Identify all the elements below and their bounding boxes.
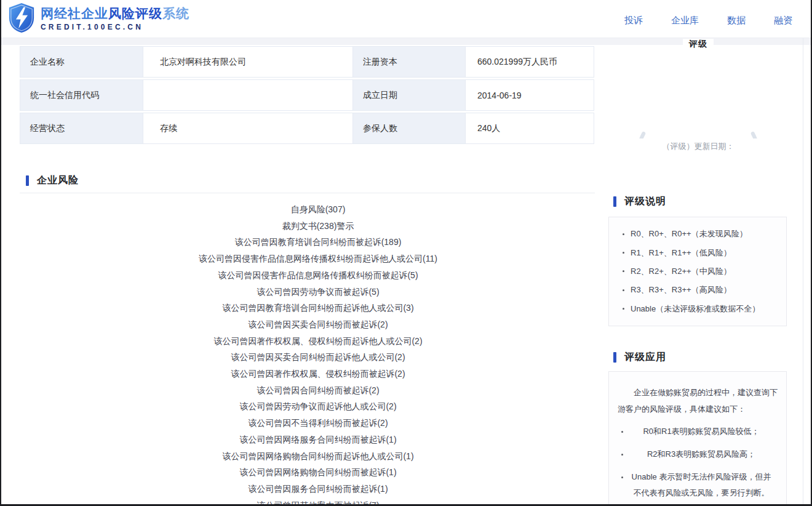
usage-item: Unable 表示暂时无法作风险评级，但并不代表有风险或无风险，要另行判断。 [616, 469, 779, 501]
risk-item: 该公司曾因侵害作品信息网络传播权纠纷而起诉他人或公司(11) [38, 251, 598, 267]
right-edge-line [803, 38, 803, 504]
section-bar-icon [613, 352, 616, 363]
info-value: 存续 [143, 113, 353, 144]
info-value [143, 79, 353, 111]
risk-item: 该公司曾因网络购物合同纠纷而起诉他人或公司(1) [38, 448, 598, 465]
info-value: 240人 [465, 113, 594, 144]
risk-item: 自身风险(307) [38, 201, 598, 218]
top-header: 网经社企业风险评级系统 CREDIT.100EC.CN 投诉企业库数据融资 [1, 0, 811, 38]
bullet-dot-icon [623, 252, 624, 254]
table-row: 企业名称 北京对啊科技有限公司 注册资本 660.021999万人民币 [20, 46, 594, 78]
rating-gauge-arc [616, 40, 780, 139]
site-logo[interactable]: 网经社企业风险评级系统 CREDIT.100EC.CN [7, 2, 189, 36]
risk-item: 该公司曾因教育培训合同纠纷而被起诉(189) [38, 234, 598, 251]
nav-link[interactable]: 投诉 [624, 15, 643, 26]
risk-item: 该公司曾因劳动争议而起诉他人或公司(2) [38, 398, 598, 415]
nav-link[interactable]: 企业库 [671, 15, 699, 26]
bullet-dot-icon [623, 233, 624, 235]
section-bar-icon [613, 196, 616, 207]
info-label: 参保人数 [352, 113, 466, 144]
bullet-dot-icon [623, 289, 624, 291]
nav-link[interactable]: 融资 [774, 15, 792, 26]
risk-item: 该公司曾因合同纠纷而被起诉(2) [38, 382, 598, 399]
info-value: 北京对啊科技有限公司 [143, 46, 353, 78]
usage-intro: 企业在做赊账贸易的过程中，建议查询下游客户的风险评级，具体建议如下： [618, 384, 778, 417]
legend-item: Unable（未达评级标准或数据不全） [616, 303, 779, 315]
info-label: 成立日期 [352, 79, 466, 111]
page: 网经社企业风险评级系统 CREDIT.100EC.CN 投诉企业库数据融资 企业… [0, 0, 812, 506]
risk-item: 该公司曾因其他案由而被起诉(7) [38, 497, 598, 506]
legend-item: R2、R2+、R2++（中风险） [616, 266, 779, 277]
shield-lightning-icon [7, 2, 36, 36]
usage-item: R0和R1表明赊账贸易风险较低； [616, 424, 779, 440]
usage-list: R0和R1表明赊账贸易风险较低； R2和R3表明赊账贸易风险高； Unable … [616, 424, 779, 501]
company-info-table: 企业名称 北京对啊科技有限公司 注册资本 660.021999万人民币 统一社会… [20, 46, 594, 146]
info-label: 注册资本 [352, 46, 466, 78]
risk-item: 该公司曾因网络购物合同纠纷而被起诉(1) [38, 464, 598, 481]
table-row: 经营状态 存续 参保人数 240人 [20, 113, 594, 144]
info-value: 660.021999万人民币 [465, 46, 594, 78]
risk-item: 该公司曾因不当得利纠纷而被起诉(2) [38, 415, 598, 432]
info-label: 企业名称 [20, 46, 143, 78]
risk-item: 该公司曾因著作权权属、侵权纠纷而被起诉(2) [38, 366, 598, 382]
risk-item: 该公司曾因买卖合同纠纷而起诉他人或公司(2) [38, 349, 598, 366]
risk-item: 该公司曾因侵害作品信息网络传播权纠纷而被起诉(5) [38, 267, 598, 284]
legend-item: R1、R1+、R1++（低风险） [616, 247, 779, 259]
rating-gauge-panel: 评级 （评级）更新日期： [616, 38, 780, 158]
rating-legend-box: R0、R0+、R0++（未发现风险） R1、R1+、R1++（低风险） R2、R… [608, 217, 787, 326]
risk-item: 该公司曾因教育培训合同纠纷而起诉他人或公司(3) [38, 300, 598, 316]
rating-usage-box: 企业在做赊账贸易的过程中，建议查询下游客户的风险评级，具体建议如下： R0和R1… [608, 371, 787, 506]
rating-title: 评级 [683, 39, 714, 50]
risk-section-header: 企业风险 [26, 174, 79, 187]
legend-item: R0、R0+、R0++（未发现风险） [616, 228, 779, 239]
risk-item: 该公司曾因劳动争议而被起诉(5) [38, 284, 598, 300]
section-bar-icon [26, 175, 29, 186]
risk-item: 该公司曾因服务合同纠纷而被起诉(1) [38, 481, 598, 497]
risk-section-title: 企业风险 [37, 174, 79, 187]
risk-section-divider [20, 193, 595, 193]
risk-list: 自身风险(307)裁判文书(238)警示该公司曾因教育培训合同纠纷而被起诉(18… [38, 201, 598, 506]
nav-link[interactable]: 数据 [727, 15, 746, 26]
usage-item: R2和R3表明赊账贸易风险高； [616, 446, 779, 462]
info-label: 统一社会信用代码 [20, 79, 143, 111]
bullet-dot-icon [621, 476, 623, 478]
info-value: 2014-06-19 [465, 79, 594, 111]
risk-item: 该公司曾因买卖合同纠纷而被起诉(2) [38, 316, 598, 333]
site-subtitle: CREDIT.100EC.CN [41, 23, 189, 31]
bullet-dot-icon [621, 454, 623, 456]
bullet-dot-icon [623, 270, 624, 272]
bullet-dot-icon [623, 308, 624, 310]
info-label: 经营状态 [20, 113, 143, 144]
bullet-dot-icon [621, 431, 623, 433]
site-title: 网经社企业风险评级系统 [41, 6, 189, 21]
usage-section-header: 评级应用 [613, 351, 666, 364]
legend-section-header: 评级说明 [613, 195, 666, 208]
risk-item: 裁判文书(238)警示 [38, 218, 598, 235]
risk-item: 该公司曾因著作权权属、侵权纠纷而起诉他人或公司(2) [38, 333, 598, 350]
legend-section-title: 评级说明 [624, 195, 666, 208]
rating-update-date: （评级）更新日期： [616, 141, 780, 152]
table-row: 统一社会信用代码 成立日期 2014-06-19 [20, 79, 594, 111]
risk-item: 该公司曾因网络服务合同纠纷而被起诉(1) [38, 432, 598, 448]
legend-item: R3、R3+、R3++（高风险） [616, 284, 779, 295]
logo-text: 网经社企业风险评级系统 CREDIT.100EC.CN [41, 6, 189, 31]
usage-section-title: 评级应用 [624, 351, 666, 364]
main-nav: 投诉企业库数据融资 [624, 11, 792, 26]
